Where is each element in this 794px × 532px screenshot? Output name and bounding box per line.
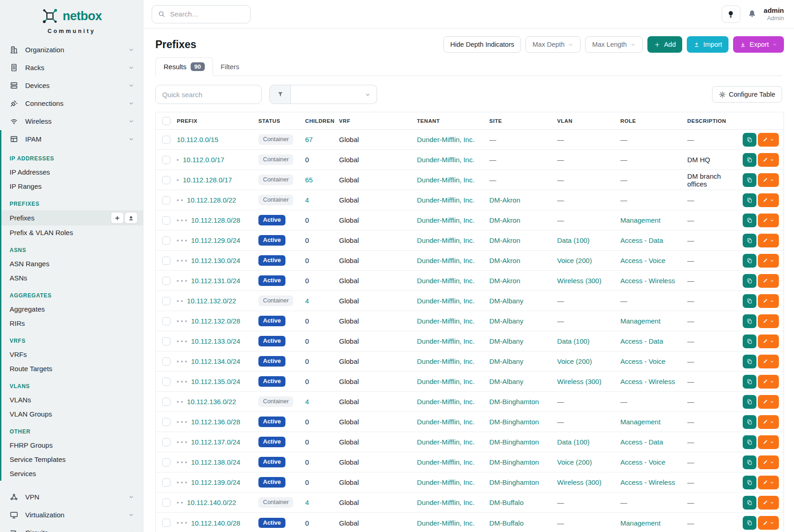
role-link[interactable]: Access - Voice: [620, 257, 665, 264]
sidebar-item-wireless[interactable]: Wireless: [0, 112, 143, 130]
tenant-link[interactable]: Dunder-Mifflin, Inc.: [417, 519, 475, 527]
copy-button[interactable]: [743, 496, 756, 510]
prefix-link[interactable]: 10.112.136.0/28: [191, 418, 240, 426]
sidebar-item-ip-ranges[interactable]: IP Ranges: [1, 179, 143, 193]
copy-button[interactable]: [743, 153, 756, 167]
import-button[interactable]: Import: [687, 36, 728, 53]
site-link[interactable]: DM-Albany: [489, 297, 523, 305]
hide-depth-indicators-button[interactable]: Hide Depth Indicators: [444, 36, 521, 53]
role-link[interactable]: Management: [620, 317, 661, 325]
edit-button[interactable]: [758, 476, 779, 489]
tenant-link[interactable]: Dunder-Mifflin, Inc.: [417, 236, 475, 244]
role-link[interactable]: Access - Data: [620, 236, 663, 244]
site-link[interactable]: DM-Akron: [489, 277, 520, 285]
edit-button[interactable]: [758, 496, 779, 510]
vlan-link[interactable]: Data (100): [557, 438, 590, 446]
children-count-link[interactable]: 4: [305, 398, 309, 406]
role-link[interactable]: Access - Wireless: [620, 378, 675, 385]
children-count-link[interactable]: 4: [305, 196, 309, 204]
copy-button[interactable]: [743, 395, 756, 409]
prefix-link[interactable]: 10.112.0.0/17: [183, 156, 225, 164]
copy-button[interactable]: [743, 516, 756, 530]
children-count-link[interactable]: 4: [305, 499, 309, 506]
site-link[interactable]: DM-Binghamton: [489, 458, 539, 466]
row-checkbox[interactable]: [162, 337, 170, 346]
sidebar-item-prefix-vlan-roles[interactable]: Prefix & VLAN Roles: [1, 225, 143, 240]
copy-button[interactable]: [743, 314, 756, 328]
vlan-link[interactable]: Wireless (300): [557, 478, 602, 486]
copy-button[interactable]: [743, 435, 756, 449]
prefix-link[interactable]: 10.112.128.0/28: [191, 216, 240, 224]
row-checkbox[interactable]: [162, 357, 170, 366]
role-link[interactable]: Management: [620, 216, 661, 224]
row-checkbox[interactable]: [162, 519, 170, 527]
sidebar-item-route-targets[interactable]: Route Targets: [1, 362, 143, 376]
copy-button[interactable]: [743, 375, 756, 389]
vlan-link[interactable]: Voice (200): [557, 357, 592, 365]
copy-button[interactable]: [743, 294, 756, 308]
vlan-link[interactable]: Wireless (300): [557, 378, 602, 385]
global-search[interactable]: [152, 5, 251, 23]
row-checkbox[interactable]: [162, 418, 170, 426]
sidebar-item-organization[interactable]: Organization: [0, 41, 143, 59]
row-checkbox[interactable]: [162, 438, 170, 446]
theme-toggle-button[interactable]: [722, 5, 740, 23]
tenant-link[interactable]: Dunder-Mifflin, Inc.: [417, 176, 475, 184]
sidebar-item-service-templates[interactable]: Service Templates: [1, 452, 143, 466]
tenant-link[interactable]: Dunder-Mifflin, Inc.: [417, 156, 475, 164]
row-checkbox[interactable]: [162, 176, 170, 184]
prefix-link[interactable]: 10.112.140.0/22: [187, 499, 236, 506]
site-link[interactable]: DM-Albany: [489, 378, 523, 385]
edit-button[interactable]: [758, 516, 779, 530]
sidebar-item-virtualization[interactable]: Virtualization: [0, 506, 143, 524]
max-length-dropdown[interactable]: Max Length: [585, 36, 643, 53]
sidebar-item-services[interactable]: Services: [1, 466, 143, 481]
site-link[interactable]: DM-Akron: [489, 257, 520, 264]
row-checkbox[interactable]: [162, 196, 170, 204]
copy-button[interactable]: [743, 133, 756, 147]
edit-button[interactable]: [758, 335, 779, 348]
site-link[interactable]: DM-Akron: [489, 196, 520, 204]
configure-table-button[interactable]: Configure Table: [712, 86, 782, 103]
vlan-link[interactable]: Data (100): [557, 236, 590, 244]
prefix-link[interactable]: 10.112.132.0/28: [191, 317, 240, 325]
site-link[interactable]: DM-Albany: [489, 317, 523, 325]
copy-button[interactable]: [743, 476, 756, 489]
row-checkbox[interactable]: [162, 136, 170, 144]
tenant-link[interactable]: Dunder-Mifflin, Inc.: [417, 378, 475, 385]
site-link[interactable]: DM-Buffalo: [489, 499, 524, 506]
site-link[interactable]: DM-Akron: [489, 216, 520, 224]
edit-button[interactable]: [758, 455, 779, 469]
row-checkbox[interactable]: [162, 216, 170, 225]
vlan-link[interactable]: Wireless (300): [557, 277, 602, 285]
vlan-link[interactable]: Voice (200): [557, 257, 592, 264]
role-link[interactable]: Access - Data: [620, 438, 663, 446]
tenant-link[interactable]: Dunder-Mifflin, Inc.: [417, 478, 475, 486]
role-link[interactable]: Access - Voice: [620, 458, 665, 466]
tenant-link[interactable]: Dunder-Mifflin, Inc.: [417, 418, 475, 426]
copy-button[interactable]: [743, 234, 756, 247]
copy-button[interactable]: [743, 415, 756, 429]
edit-button[interactable]: [758, 274, 779, 288]
prefix-link[interactable]: 10.112.129.0/24: [191, 236, 240, 244]
prefix-link[interactable]: 10.112.134.0/24: [191, 357, 240, 365]
children-count-link[interactable]: 67: [305, 136, 313, 143]
edit-button[interactable]: [758, 294, 779, 308]
edit-button[interactable]: [758, 234, 779, 247]
sidebar-item-fhrp-groups[interactable]: FHRP Groups: [1, 438, 143, 452]
edit-button[interactable]: [758, 173, 779, 187]
role-link[interactable]: Access - Data: [620, 337, 663, 345]
prefix-link[interactable]: 10.112.139.0/24: [191, 478, 240, 486]
row-checkbox[interactable]: [162, 257, 170, 265]
export-button[interactable]: Export: [733, 36, 784, 53]
sidebar-item-ipam[interactable]: IPAM: [1, 130, 143, 148]
copy-button[interactable]: [743, 254, 756, 268]
edit-button[interactable]: [758, 435, 779, 449]
edit-button[interactable]: [758, 314, 779, 328]
copy-button[interactable]: [743, 455, 756, 469]
max-depth-dropdown[interactable]: Max Depth: [526, 36, 580, 53]
children-count-link[interactable]: 65: [305, 176, 313, 184]
tenant-link[interactable]: Dunder-Mifflin, Inc.: [417, 196, 475, 204]
user-menu[interactable]: admin Admin: [764, 6, 784, 22]
row-checkbox[interactable]: [162, 398, 170, 406]
